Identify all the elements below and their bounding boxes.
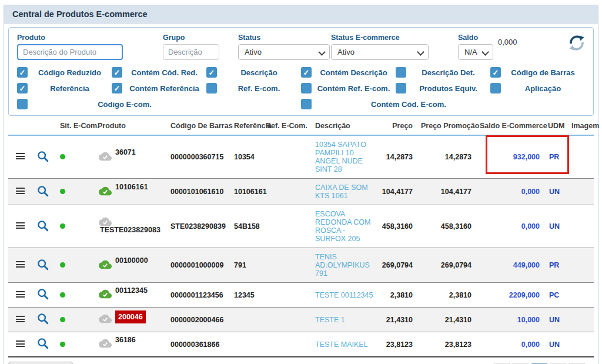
imagem-cell [569, 179, 594, 205]
footer: Página 1 de 1 << < 1 > >> [8, 362, 594, 364]
search-icon[interactable] [36, 185, 49, 199]
search-icon[interactable] [36, 150, 49, 165]
row-menu-icon[interactable] [16, 188, 25, 194]
checkbox-label: Contém Cód. Red. [122, 68, 206, 77]
referencia-cell [226, 308, 263, 332]
col-preco: Preço [377, 118, 419, 135]
status-ecom-select[interactable]: Ativo [331, 44, 429, 60]
udm-cell: UN [546, 179, 569, 205]
col-produto: Produto [93, 118, 162, 135]
search-icon[interactable] [36, 219, 49, 234]
preco-promocao-cell: 2,3810 [419, 283, 477, 308]
status-dot-icon [60, 154, 65, 159]
descricao-checkbox[interactable] [206, 67, 217, 78]
saldo-ecommerce-link[interactable]: 449,000 [477, 248, 546, 283]
codigo-de-barras-checkbox[interactable] [490, 67, 501, 78]
refresh-button[interactable] [568, 35, 585, 53]
ref-ecom-cell [263, 179, 302, 205]
search-icon[interactable] [36, 258, 49, 273]
table-row: 00100000 0000001000009 791 TENIS AD.OLYM… [8, 248, 594, 283]
page-indicator-button[interactable]: Página 1 de 1 [8, 362, 73, 364]
checkbox-label: Produtos Equiv. [406, 84, 490, 93]
preco-promocao-cell: 104,4177 [419, 179, 477, 205]
table-row: 10106161 0000101061610 10106161 CAIXA DE… [8, 179, 594, 205]
udm-cell: UN [546, 205, 569, 248]
col-ref-ecom: Ref. E-Com. [263, 118, 302, 135]
saldo-ecommerce-link[interactable]: 10,000 [477, 308, 546, 332]
status-select[interactable]: Ativo [238, 44, 330, 60]
saldo-ecommerce-link[interactable]: 932,000 [477, 135, 546, 179]
descricao-link[interactable]: ESCOVA REDONDA COM ROSCA - SURFOX 205 [302, 205, 377, 248]
descricao-det-checkbox[interactable] [396, 67, 406, 78]
search-icon[interactable] [36, 337, 49, 352]
checkbox-label: Referência [28, 84, 112, 93]
codigo-ecom-checkbox[interactable] [17, 99, 28, 109]
checkbox-cell: Referência [17, 83, 112, 93]
preco-cell: 21,4310 [377, 308, 419, 332]
ref-ecom-cell [263, 283, 302, 308]
descricao-link[interactable]: CAIXA DE SOM KTS 1061 [302, 179, 377, 205]
saldo-ecommerce-link[interactable]: 0,000 [477, 332, 546, 358]
checkbox-label: Contém Descrição [312, 68, 396, 77]
contem-cod-red-checkbox[interactable] [112, 67, 122, 78]
contem-ref-ecom-checkbox[interactable] [301, 83, 312, 93]
imagem-cell [569, 283, 594, 308]
descricao-link[interactable]: TENIS AD.OLYMPIKUS 791 [302, 248, 377, 283]
saldo-amount-value: 0,000 [498, 38, 517, 46]
checkbox-cell: Contém Ref. E-com. [301, 83, 396, 93]
checkbox-row-1: Código Reduzido Contém Cód. Red. Descriç… [17, 67, 585, 78]
filter-panel: Produto Grupo Status Ativo Status E-comm… [8, 27, 594, 116]
contem-cod-ecom-checkbox[interactable] [301, 99, 312, 109]
descricao-link[interactable]: TESTE 00112345 [302, 283, 377, 308]
aplicacao-checkbox[interactable] [490, 83, 501, 93]
checkbox-label: Contém Ref. E-com. [312, 84, 396, 93]
product-code: 36186 [115, 336, 136, 344]
descricao-link[interactable]: TESTE MAIKEL [302, 332, 377, 358]
checkbox-cell: Código E-com. [17, 99, 301, 109]
grupo-label: Grupo [163, 34, 219, 42]
saldo-select[interactable]: N/A [458, 44, 493, 60]
ref-ecom-checkbox[interactable] [206, 83, 217, 93]
udm-cell: PC [546, 283, 569, 308]
checkbox-cell: Código de Barras [490, 67, 585, 78]
descricao-link[interactable]: 10354 SAPATO PAMPILI 10 ANGEL NUDE SINT … [302, 135, 377, 179]
imagem-cell [569, 308, 594, 332]
preco-cell: 14,2873 [377, 135, 419, 179]
produtos-equiv-checkbox[interactable] [396, 83, 406, 93]
saldo-ecommerce-link[interactable]: 0,000 [477, 205, 546, 248]
codigo-reduzido-checkbox[interactable] [17, 67, 28, 78]
col-codigo-barras: Código De Barras [162, 118, 226, 135]
contem-referencia-checkbox[interactable] [112, 83, 122, 93]
produto-input[interactable] [17, 44, 123, 60]
saldo-ecommerce-link[interactable]: 0,000 [477, 179, 546, 205]
row-menu-icon[interactable] [16, 261, 25, 268]
preco-promocao-cell: 23,8123 [419, 332, 477, 358]
status-dot-icon [60, 342, 65, 347]
cloud-sync-icon [98, 258, 113, 273]
grupo-input[interactable] [163, 44, 219, 60]
row-menu-icon[interactable] [16, 340, 25, 347]
preco-promocao-cell: 269,0794 [419, 248, 477, 283]
ref-ecom-cell [263, 332, 302, 358]
checkbox-cell: Contém Cód. Red. [112, 67, 206, 78]
contem-descricao-checkbox[interactable] [301, 67, 312, 78]
window-title: Central de Produtos E-commerce [4, 5, 598, 24]
cloud-sync-icon [98, 185, 113, 199]
saldo-label: Saldo [458, 34, 493, 42]
barcode-cell: 0000001123456 [162, 283, 226, 308]
row-menu-icon[interactable] [16, 291, 25, 298]
row-menu-icon[interactable] [16, 222, 25, 229]
status-ecom-field: Status E-commerce Ativo [331, 34, 429, 60]
row-menu-icon[interactable] [16, 316, 25, 322]
preco-cell: 104,4177 [377, 179, 419, 205]
saldo-ecommerce-link[interactable]: 2209,000 [477, 283, 546, 308]
search-icon[interactable] [36, 288, 49, 302]
product-code: 00112345 [115, 286, 148, 295]
row-menu-icon[interactable] [16, 153, 25, 159]
table-row: 36186 000000361866 TESTE MAIKEL 23,8123 … [8, 332, 594, 358]
search-icon[interactable] [36, 312, 49, 327]
checkbox-grid: Código Reduzido Contém Cód. Red. Descriç… [17, 67, 585, 109]
referencia-checkbox[interactable] [17, 83, 28, 93]
table-row: TESTE023829083 STE0238290839 54B158 ESCO… [8, 205, 594, 248]
descricao-link[interactable]: TESTE 1 [302, 308, 377, 332]
